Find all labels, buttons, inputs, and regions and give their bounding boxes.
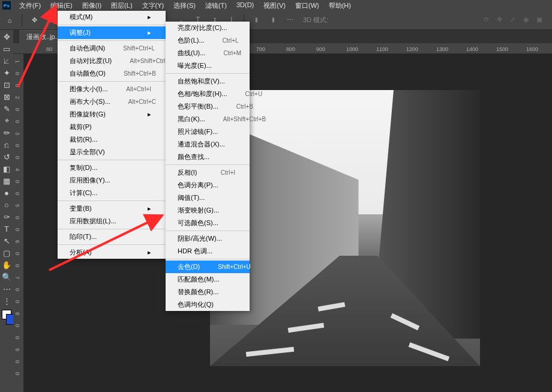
move-tool-icon[interactable]: ✥	[27, 13, 41, 28]
menu-9[interactable]: 窗口(W)	[290, 0, 324, 11]
menu-item[interactable]: 自动颜色(O)Shift+Ctrl+B	[58, 67, 166, 80]
menu-item[interactable]: 渐变映射(G)...	[166, 204, 250, 217]
frame-tool[interactable]: ⊠	[0, 91, 13, 102]
eyedropper-tool[interactable]: ✎	[0, 103, 13, 114]
menu-item[interactable]: 模式(M)▸	[58, 11, 166, 23]
marquee-tool[interactable]: ▭	[0, 43, 13, 54]
healing-tool[interactable]: ⌖	[0, 115, 13, 126]
adjustments-submenu: 亮度/对比度(C)...色阶(L)...Ctrl+L曲线(U)...Ctrl+M…	[166, 22, 250, 311]
menu-item[interactable]: 裁切(R)...	[58, 133, 166, 146]
menu-item[interactable]: 复制(D)...	[58, 161, 166, 174]
image-menu-dropdown: 模式(M)▸调整(J)▸自动色调(N)Shift+Ctrl+L自动对比度(U)A…	[58, 11, 166, 259]
more-tools[interactable]: ⋯	[0, 283, 13, 294]
shape-tool[interactable]: ▢	[0, 247, 13, 258]
zoom-tool[interactable]: 🔍	[0, 271, 13, 282]
history-brush-tool[interactable]: ↺	[0, 151, 13, 162]
distribute-h-icon[interactable]: ⫴	[249, 13, 263, 28]
type-tool[interactable]: T	[0, 223, 13, 234]
blur-tool[interactable]: ●	[0, 187, 13, 198]
canvas-image	[210, 90, 480, 366]
menu-6[interactable]: 滤镜(T)	[200, 0, 232, 11]
menu-item[interactable]: 显示全部(V)	[58, 146, 166, 158]
menu-4[interactable]: 文字(Y)	[137, 0, 169, 11]
menu-5[interactable]: 选择(S)	[169, 0, 200, 11]
camera-icon[interactable]: ▣	[536, 16, 546, 25]
menu-item[interactable]: 裁剪(P)	[58, 121, 166, 133]
menu-item[interactable]: 黑白(K)...Alt+Shift+Ctrl+B	[166, 113, 250, 125]
edit-toolbar[interactable]: ⋮	[0, 295, 13, 306]
mode3d-label: 3D 模式:	[303, 16, 328, 25]
home-icon[interactable]: ⌂	[2, 13, 17, 28]
menu-item[interactable]: 颜色查找...	[166, 151, 250, 163]
menu-item[interactable]: 变量(B)▸	[58, 202, 166, 215]
menu-1[interactable]: 编辑(E)	[46, 0, 77, 11]
menu-item[interactable]: HDR 色调...	[166, 245, 250, 258]
menu-item[interactable]: 应用图像(Y)...	[58, 174, 166, 187]
dodge-tool[interactable]: ○	[0, 199, 13, 210]
menu-item[interactable]: 色调分离(P)...	[166, 179, 250, 191]
color-swatch[interactable]	[2, 310, 11, 319]
menu-item[interactable]: 替换颜色(R)...	[166, 286, 250, 298]
menu-0[interactable]: 文件(F)	[14, 0, 46, 11]
menu-2[interactable]: 图像(I)	[77, 0, 106, 11]
orbit-icon[interactable]: ⟳	[484, 16, 493, 25]
menu-item[interactable]: 阴影/高光(W)...	[166, 232, 250, 245]
more-icon[interactable]: ⋯	[283, 13, 297, 28]
menu-item[interactable]: 曲线(U)...Ctrl+M	[166, 47, 250, 59]
eraser-tool[interactable]: ◧	[0, 163, 13, 174]
gradient-tool[interactable]: ▦	[0, 175, 13, 186]
menubar: Ps 文件(F)编辑(E)图像(I)图层(L)文字(Y)选择(S)滤镜(T)3D…	[0, 0, 552, 11]
menu-item[interactable]: 阈值(T)...	[166, 191, 250, 204]
menu-item[interactable]: 自动色调(N)Shift+Ctrl+L	[58, 42, 166, 55]
crop-tool[interactable]: ⊡	[0, 79, 13, 90]
magic-wand-tool[interactable]: ✦	[0, 67, 13, 78]
menu-8[interactable]: 视图(V)	[259, 0, 290, 11]
menu-item[interactable]: 自然饱和度(V)...	[166, 75, 250, 88]
brush-tool[interactable]: ✏	[0, 127, 13, 138]
app-icon: Ps	[2, 1, 11, 10]
menu-item[interactable]: 可选颜色(S)...	[166, 217, 250, 229]
menu-item[interactable]: 色阶(L)...Ctrl+L	[166, 34, 250, 47]
menu-item[interactable]: 分析(A)▸	[58, 246, 166, 259]
menu-3[interactable]: 图层(L)	[106, 0, 137, 11]
left-toolbar: ✥ ▭ ⟀ ✦ ⊡ ⊠ ✎ ⌖ ✏ ⎌ ↺ ◧ ▦ ● ○ ✑ T ↖ ▢ ✋ …	[0, 30, 13, 392]
stamp-tool[interactable]: ⎌	[0, 139, 13, 150]
menu-item[interactable]: 反相(I)Ctrl+I	[166, 166, 250, 179]
ruler-vertical: 100200300400500600700800900	[13, 54, 24, 392]
menu-item[interactable]: 陷印(T)...	[58, 231, 166, 243]
light-icon[interactable]: ◉	[523, 16, 533, 25]
menu-item[interactable]: 应用数据组(L)...	[58, 215, 166, 228]
menu-item[interactable]: 曝光度(E)...	[166, 59, 250, 72]
menu-item[interactable]: 照片滤镜(F)...	[166, 125, 250, 138]
menu-item[interactable]: 去色(D)Shift+Ctrl+U	[166, 261, 250, 273]
menu-item[interactable]: 匹配颜色(M)...	[166, 273, 250, 286]
menu-item[interactable]: 自动对比度(U)Alt+Shift+Ctrl+L	[58, 55, 166, 67]
move-tool[interactable]: ✥	[0, 31, 13, 42]
menu-item[interactable]: 计算(C)...	[58, 187, 166, 199]
menu-10[interactable]: 帮助(H)	[324, 0, 356, 11]
lasso-tool[interactable]: ⟀	[0, 55, 13, 66]
path-tool[interactable]: ↖	[0, 235, 13, 246]
menu-item[interactable]: 画布大小(S)...Alt+Ctrl+C	[58, 95, 166, 108]
menu-item[interactable]: 色彩平衡(B)...Ctrl+B	[166, 100, 250, 113]
menu-item[interactable]: 图像大小(I)...Alt+Ctrl+I	[58, 83, 166, 95]
menu-item[interactable]: 通道混合器(X)...	[166, 138, 250, 151]
menu-item[interactable]: 图像旋转(G)▸	[58, 108, 166, 121]
pan-icon[interactable]: ✥	[497, 16, 506, 25]
menu-7[interactable]: 3D(D)	[232, 0, 259, 11]
auto-select-check[interactable]: ☐	[44, 13, 58, 28]
menu-item[interactable]: 色调均化(Q)	[166, 298, 250, 311]
menu-item[interactable]: 调整(J)▸	[58, 26, 166, 39]
pen-tool[interactable]: ✑	[0, 211, 13, 222]
zoom-icon[interactable]: ⤢	[510, 16, 520, 25]
hand-tool[interactable]: ✋	[0, 259, 13, 270]
menu-item[interactable]: 色相/饱和度(H)...Ctrl+U	[166, 88, 250, 100]
distribute-v-icon[interactable]: ⫵	[266, 13, 280, 28]
menu-item[interactable]: 亮度/对比度(C)...	[166, 22, 250, 34]
